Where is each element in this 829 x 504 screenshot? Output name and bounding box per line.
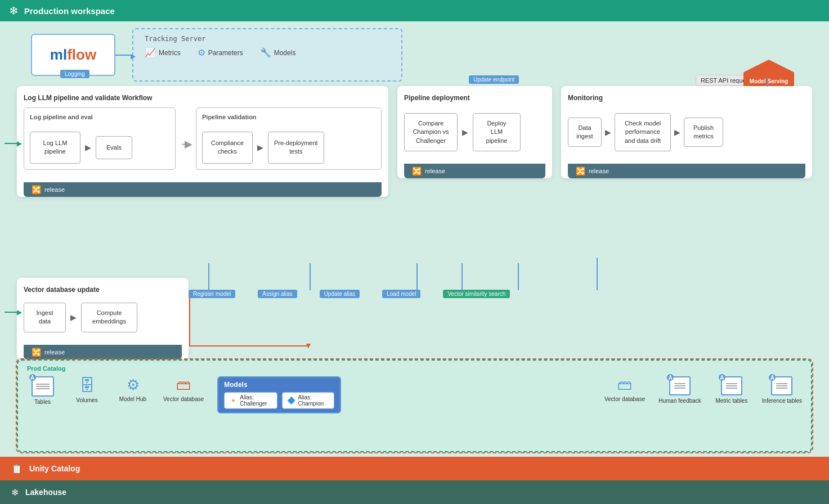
unity-catalog-icon: 📋	[11, 464, 23, 474]
deploy-llm-node: DeployLLMpipeline	[473, 113, 521, 151]
workflow-title: Log LLM pipeline and validate Workflow	[24, 94, 382, 102]
prod-catalog-title: Prod Catalog	[27, 365, 802, 372]
vector-db-container: Vector database update Ingestdata ▶ Comp…	[17, 278, 189, 359]
ingest-data-node: Ingestdata	[24, 303, 66, 332]
mon-v-conn-top	[767, 78, 768, 87]
lakehouse-bar: ❄ Lakehouse	[0, 480, 829, 504]
deployment-release-bar: 🔀 release	[404, 164, 545, 178]
catalog-vector-db-right: 🗃 Vector database	[604, 376, 645, 402]
action-badges-row: Register model Assign alias Update alias…	[189, 290, 510, 298]
monitoring-container: Monitoring Dataingest ▶ Check modelperfo…	[561, 86, 812, 178]
catalog-metric-tables: A Metric tables	[715, 376, 749, 404]
green-arrow-vector: ▶	[5, 308, 22, 316]
deployment-container: Pipeline deployment CompareChampion vsCh…	[397, 86, 552, 178]
human-feedback-icon: A	[669, 376, 691, 395]
mlflow-arrow: ▶	[115, 55, 132, 56]
connector-v-5	[518, 263, 519, 290]
tracking-server: Tracking Server 📈 Metrics ⚙ Parameters 🔧…	[132, 28, 402, 82]
dashed-arrow-connector: - - ▶	[181, 107, 190, 170]
update-alias-badge: Update alias	[320, 290, 360, 298]
tracking-server-title: Tracking Server	[145, 35, 390, 43]
model-hub-icon: ⚙	[127, 376, 140, 394]
publish-metrics-node: Publishmetrics	[684, 118, 723, 147]
compare-champion-node: CompareChampion vsChallenger	[404, 113, 458, 151]
metric-tables-icon: A	[721, 376, 742, 395]
unity-catalog-bar: 📋 Unity Catalog	[0, 457, 829, 480]
assign-alias-badge: Assign alias	[258, 290, 297, 298]
workflow-release-label: release	[44, 186, 65, 193]
vector-db-left-label: Vector database	[163, 396, 204, 402]
monitoring-release-label: release	[589, 168, 609, 174]
catalog-human-feedback: A Human feedback	[658, 376, 701, 404]
vector-release-label: release	[44, 349, 65, 356]
monitoring-release-bar: 🔀 release	[568, 164, 805, 178]
alias-challenger-badge: 🔸 Alias: Challenger	[224, 392, 277, 409]
pipeline-validation-title: Pipeline validation	[202, 114, 375, 120]
vector-db-right-label: Vector database	[604, 396, 645, 402]
catalog-inference-tables: A Inference tables	[762, 376, 802, 404]
red-arrow-down: ▼	[304, 341, 312, 350]
red-connector-v	[189, 296, 190, 346]
lakehouse-title: Lakehouse	[25, 488, 66, 497]
arrow-mon-1: ▶	[605, 128, 611, 137]
check-model-node: Check modelperformanceand data drift	[615, 113, 671, 151]
load-model-badge: Load model	[382, 290, 420, 298]
arrow-vec: ▶	[70, 313, 77, 322]
connector-v-mon	[597, 258, 598, 290]
workflow-container: Log LLM pipeline and validate Workflow L…	[17, 86, 388, 197]
pre-deployment-tests-node: Pre-deploymenttests	[268, 132, 324, 164]
vector-similarity-badge: Vector similarity search	[443, 290, 510, 298]
catalog-model-hub: ⚙ Model Hub	[116, 376, 150, 402]
connector-v-3	[416, 263, 418, 290]
log-pipeline-eval-title: Log pipeline and eval	[30, 114, 169, 120]
register-model-badge: Register model	[189, 290, 235, 298]
deployment-title: Pipeline deployment	[404, 94, 545, 102]
inference-tables-label: Inference tables	[762, 398, 802, 404]
models-aliases-row: 🔸 Alias: Challenger 🔷 Alias: Champion	[224, 392, 334, 409]
main-area: ml flow ▶ Tracking Server 📈 Metrics ⚙ Pa…	[0, 21, 829, 457]
deployment-release-label: release	[425, 168, 445, 174]
catalog-vector-db-left: 🗃 Vector database	[163, 376, 204, 402]
lakehouse-icon: ❄	[11, 487, 19, 498]
volumes-label: Volumes	[76, 397, 97, 403]
connector-v-1	[208, 263, 209, 290]
top-bar-title: Production workspace	[24, 6, 115, 16]
vector-db-title: Vector database update	[24, 286, 182, 294]
tracking-item-metrics: 📈 Metrics	[145, 47, 181, 58]
log-pipeline-eval-box: Log pipeline and eval Log LLMpipeline ▶ …	[24, 107, 176, 170]
catalog-volumes: 🗄 Volumes	[71, 376, 102, 403]
models-catalog-box: Models 🔸 Alias: Challenger 🔷 Alias: Cham…	[217, 376, 341, 413]
tracking-item-models: 🔧 Models	[260, 47, 296, 58]
model-hub-label: Model Hub	[119, 396, 146, 402]
compliance-checks-node: Compliancechecks	[202, 132, 253, 164]
arrow-deploy: ▶	[462, 128, 468, 137]
red-connector-h	[189, 345, 307, 346]
connector-v-4	[461, 263, 463, 290]
inference-tables-icon: A	[771, 376, 792, 395]
alias-champion-badge: 🔷 Alias: Champion	[282, 392, 334, 409]
evals-node: Evals	[96, 136, 132, 159]
unity-catalog-title: Unity Catalog	[29, 464, 80, 473]
models-catalog-title: Models	[224, 381, 334, 389]
tables-label: Tables	[34, 399, 51, 405]
log-llm-pipeline-node: Log LLMpipeline	[30, 132, 80, 164]
prod-catalog: Prod Catalog A Tables	[17, 359, 812, 452]
workspace-icon: ❄	[9, 4, 19, 17]
volumes-icon: 🗄	[79, 376, 95, 395]
compute-embeddings-node: Computeembeddings	[81, 303, 137, 332]
arrow-2: ▶	[257, 143, 263, 152]
catalog-tables: A Tables	[27, 376, 58, 405]
tracking-item-parameters: ⚙ Parameters	[198, 47, 243, 58]
arrow-mon-2: ▶	[674, 128, 680, 137]
pipeline-validation-box: Pipeline validation Compliancechecks ▶ P…	[196, 107, 382, 170]
human-feedback-label: Human feedback	[658, 398, 701, 404]
connector-v-2	[310, 263, 311, 290]
models-catalog-section: Models 🔸 Alias: Challenger 🔷 Alias: Cham…	[217, 376, 341, 413]
workflow-release-bar: 🔀 release	[24, 182, 382, 197]
data-ingest-node: Dataingest	[568, 118, 602, 147]
metric-tables-label: Metric tables	[715, 398, 747, 404]
logging-badge: Logging	[60, 70, 89, 78]
top-bar: ❄ Production workspace	[0, 0, 829, 21]
arrow-1: ▶	[85, 143, 91, 152]
mlflow-section: ml flow ▶ Tracking Server 📈 Metrics ⚙ Pa…	[31, 28, 402, 82]
